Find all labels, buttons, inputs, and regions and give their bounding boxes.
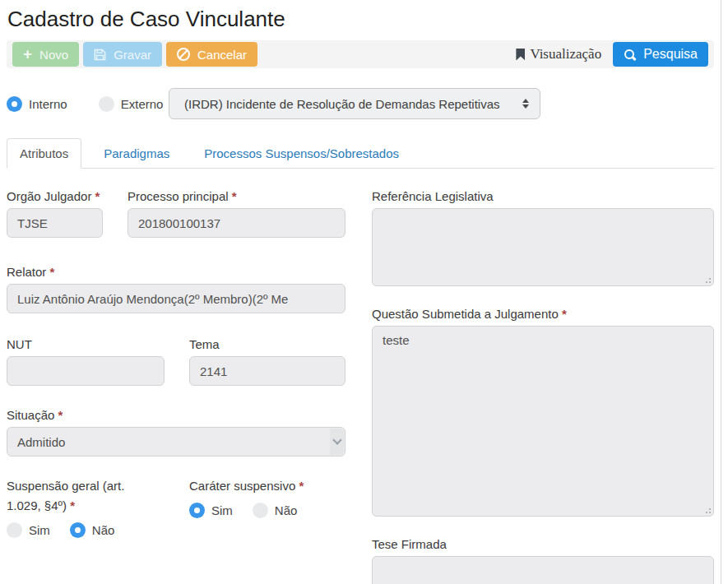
pesquisa-button-label: Pesquisa — [643, 47, 698, 62]
save-icon — [94, 49, 106, 61]
situacao-select-arrow-zone — [330, 429, 344, 455]
questao-submetida-textarea[interactable]: teste — [372, 326, 714, 517]
processo-principal-input[interactable] — [128, 208, 345, 238]
radio-carater-sim-label: Sim — [211, 503, 233, 517]
gravar-button-label: Gravar — [114, 48, 151, 62]
field-questao-submetida: Questão Submetida a Julgamento * teste — [372, 304, 714, 517]
suspensao-geral-label: Suspensão geral (art. 1.029, §4º) * — [7, 476, 146, 516]
radio-interno-icon[interactable] — [7, 96, 22, 112]
form-left-column: Orgão Julgador * Processo principal * Re… — [7, 187, 345, 584]
row-suspensao-carater: Suspensão geral (art. 1.029, §4º) * Sim … — [7, 476, 345, 538]
ban-icon — [177, 48, 190, 61]
required-asterisk: * — [58, 408, 63, 422]
gravar-button[interactable]: Gravar — [83, 42, 162, 67]
questao-submetida-wrap: teste — [372, 326, 714, 517]
tab-bar: Atributos Paradigmas Processos Suspensos… — [7, 138, 714, 169]
radio-carater-sim-icon[interactable] — [189, 503, 205, 518]
referencia-legislativa-textarea[interactable] — [372, 208, 714, 286]
field-situacao: Situação * Admitido — [7, 406, 345, 457]
radio-externo-label: Externo — [121, 97, 164, 111]
radio-carater-sim[interactable]: Sim — [189, 503, 233, 518]
row-nut-tema: NUT Tema — [7, 335, 345, 386]
carater-suspensivo-label-text: Caráter suspensivo — [189, 479, 295, 493]
radio-suspensao-nao-icon[interactable] — [70, 522, 86, 538]
radio-interno[interactable]: Interno — [7, 96, 67, 112]
tese-firmada-textarea[interactable] — [372, 556, 714, 584]
atributos-form: Orgão Julgador * Processo principal * Re… — [7, 187, 714, 584]
radio-suspensao-nao[interactable]: Não — [70, 522, 115, 538]
field-tema: Tema — [189, 335, 345, 386]
search-icon — [624, 49, 636, 61]
radio-externo[interactable]: Externo — [99, 96, 164, 112]
cancelar-button[interactable]: Cancelar — [166, 42, 257, 67]
relator-input[interactable] — [7, 284, 345, 313]
tab-paradigmas[interactable]: Paradigmas — [91, 139, 182, 168]
chevron-down-icon — [332, 435, 341, 444]
tipo-incidente-selected-value: (IRDR) Incidente de Resolução de Demanda… — [184, 97, 500, 111]
relator-label-text: Relator — [7, 265, 46, 279]
novo-button-label: Novo — [39, 48, 68, 62]
resize-grip[interactable] — [703, 506, 711, 513]
suspensao-geral-radio-group: Sim Não — [7, 522, 165, 538]
field-nut: NUT — [7, 335, 165, 386]
page-title: Cadastro de Caso Vinculante — [7, 7, 714, 32]
required-asterisk: * — [232, 189, 237, 203]
tab-processos-suspensos[interactable]: Processos Suspensos/Sobrestados — [192, 139, 411, 168]
radio-suspensao-sim-label: Sim — [29, 523, 50, 537]
referencia-legislativa-wrap — [372, 208, 714, 286]
suspensao-geral-label-text: Suspensão geral (art. 1.029, §4º) — [7, 479, 124, 512]
radio-suspensao-nao-label: Não — [92, 523, 115, 537]
select-arrows-icon — [522, 99, 529, 109]
field-processo-principal: Processo principal * — [128, 187, 345, 238]
tema-input[interactable] — [189, 356, 345, 386]
field-referencia-legislativa: Referência Legislativa — [372, 187, 714, 286]
field-tese-firmada: Tese Firmada — [372, 535, 714, 584]
nut-input[interactable] — [7, 356, 165, 386]
tab-atributos[interactable]: Atributos — [7, 138, 81, 169]
situacao-selected-value: Admitido — [17, 435, 65, 449]
situacao-select[interactable]: Admitido — [7, 427, 345, 457]
tipo-incidente-select[interactable]: (IRDR) Incidente de Resolução de Demanda… — [169, 88, 540, 119]
visualizacao-toggle[interactable]: Visualização — [516, 46, 601, 63]
cancelar-button-label: Cancelar — [197, 48, 247, 62]
processo-principal-label: Processo principal * — [128, 187, 345, 206]
radio-externo-icon[interactable] — [99, 96, 114, 112]
required-asterisk: * — [562, 307, 567, 321]
toolbar-left-group: + Novo Gravar Cancelar — [12, 42, 257, 67]
toolbar-right-group: Visualização Pesquisa — [516, 42, 708, 67]
novo-button[interactable]: + Novo — [12, 42, 79, 67]
orgao-julgador-label-text: Orgão Julgador — [7, 189, 91, 203]
cadastro-caso-vinculante-page: Cadastro de Caso Vinculante + Novo Grava… — [0, 0, 728, 584]
relator-label: Relator * — [7, 262, 345, 282]
radio-interno-label: Interno — [29, 97, 67, 111]
questao-submetida-label: Questão Submetida a Julgamento * — [372, 304, 714, 324]
row-orgao-processo: Orgão Julgador * Processo principal * — [7, 187, 345, 238]
nut-label: NUT — [7, 335, 165, 355]
resize-grip[interactable] — [703, 276, 711, 283]
radio-carater-nao[interactable]: Não — [253, 503, 298, 518]
pesquisa-button[interactable]: Pesquisa — [613, 42, 708, 67]
orgao-julgador-label: Orgão Julgador * — [7, 187, 103, 206]
radio-suspensao-sim[interactable]: Sim — [7, 522, 50, 538]
required-asterisk: * — [95, 189, 100, 203]
required-asterisk: * — [50, 265, 55, 279]
bookmark-icon — [516, 49, 525, 61]
carater-suspensivo-radio-group: Sim Não — [189, 503, 345, 518]
situacao-label-text: Situação — [7, 408, 54, 422]
radio-carater-nao-label: Não — [275, 503, 298, 517]
panel-right-border — [721, 0, 721, 584]
carater-suspensivo-label: Caráter suspensivo * — [189, 476, 345, 496]
orgao-julgador-input[interactable] — [7, 208, 103, 238]
field-orgao-julgador: Orgão Julgador * — [7, 187, 103, 238]
tema-label: Tema — [189, 335, 345, 355]
tab-paradigmas-label: Paradigmas — [104, 146, 169, 160]
radio-carater-nao-icon[interactable] — [253, 503, 268, 518]
field-relator: Relator * — [7, 262, 345, 313]
plus-icon: + — [23, 46, 32, 62]
questao-submetida-label-text: Questão Submetida a Julgamento — [372, 307, 559, 321]
visualizacao-label: Visualização — [530, 46, 601, 63]
required-asterisk: * — [70, 498, 75, 512]
radio-suspensao-sim-icon[interactable] — [7, 522, 22, 538]
situacao-label: Situação * — [7, 406, 345, 425]
toolbar: + Novo Gravar Cancelar Visualização — [7, 40, 714, 68]
